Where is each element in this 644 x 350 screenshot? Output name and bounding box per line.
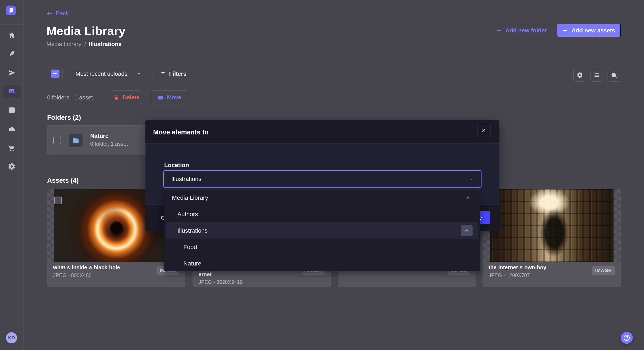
sidebar-item-content-builder[interactable] xyxy=(0,47,24,60)
list-icon xyxy=(594,72,600,78)
media-settings-button[interactable] xyxy=(574,69,586,82)
asset-checkbox[interactable] xyxy=(54,197,62,204)
sidebar-item-deploy[interactable] xyxy=(0,66,24,79)
dropdown-option-nature[interactable]: Nature xyxy=(164,255,480,272)
location-label: Location xyxy=(164,162,189,169)
avatar[interactable]: KD xyxy=(6,332,17,343)
close-button[interactable] xyxy=(477,124,490,137)
close-icon xyxy=(481,128,487,133)
gear-icon xyxy=(8,163,16,170)
folder-subtitle: 0 folder, 1 asset xyxy=(90,141,128,147)
page-title: Media Library xyxy=(46,24,126,38)
location-value: Illustrations xyxy=(171,176,202,182)
sidebar-item-marketplace[interactable] xyxy=(0,141,24,155)
sidebar-item-media-library[interactable] xyxy=(0,85,24,98)
plus-icon xyxy=(562,28,568,34)
checkbox-indeterminate xyxy=(51,70,60,78)
strapi-logo-icon[interactable] xyxy=(6,6,16,15)
help-button[interactable] xyxy=(621,332,633,344)
folder-icon xyxy=(158,95,164,101)
sidebar: KD xyxy=(0,0,24,350)
add-new-assets-button[interactable]: Add new assets xyxy=(556,24,621,37)
feather-icon xyxy=(8,50,16,58)
assets-heading: Assets (4) xyxy=(47,177,79,184)
settings-icon xyxy=(576,72,583,78)
select-all-checkbox[interactable] xyxy=(48,67,62,81)
dropdown-option-authors[interactable]: Authors xyxy=(164,206,480,222)
chevron-up-icon[interactable] xyxy=(465,195,470,201)
search-icon xyxy=(611,72,617,78)
collapse-children-button[interactable] xyxy=(460,225,472,236)
asset-image-library xyxy=(490,189,614,262)
arrow-left-icon xyxy=(46,11,53,17)
media-library-icon xyxy=(8,88,16,95)
add-new-folder-button[interactable]: Add new folder xyxy=(490,24,553,37)
folder-title[interactable]: Nature xyxy=(90,133,108,139)
asset-image-area xyxy=(483,189,620,262)
chevron-down-icon xyxy=(136,71,142,76)
list-view-button[interactable] xyxy=(590,69,603,82)
sidebar-item-home[interactable] xyxy=(0,29,24,42)
back-link[interactable]: Back xyxy=(46,10,69,17)
location-dropdown: Media Library Authors Illustrations Food… xyxy=(164,189,480,271)
layout-icon xyxy=(8,106,16,114)
modal-header: Move elements to xyxy=(146,120,500,144)
trash-icon xyxy=(114,95,119,100)
move-button[interactable]: Move xyxy=(151,91,188,104)
sidebar-item-content-manager[interactable] xyxy=(0,104,24,117)
sort-select[interactable]: Most recent uploads xyxy=(70,67,147,81)
folder-tile xyxy=(69,134,82,147)
breadcrumb: Media Library/Illustrations xyxy=(46,41,122,48)
breadcrumb-parent[interactable]: Media Library xyxy=(46,41,82,47)
modal-title: Move elements to xyxy=(153,129,208,136)
search-button[interactable] xyxy=(608,69,620,82)
folder-icon xyxy=(72,137,80,144)
asset-card[interactable]: the-internet-s-own-boy JPEG - 1200X707 I… xyxy=(482,189,621,287)
home-icon xyxy=(8,32,16,39)
chevron-up-icon xyxy=(464,228,469,233)
location-combobox[interactable]: Illustrations xyxy=(163,170,482,188)
folder-checkbox[interactable] xyxy=(53,137,61,144)
chevron-down-icon xyxy=(469,177,474,181)
cloud-icon xyxy=(8,125,16,133)
paper-plane-icon xyxy=(8,69,16,77)
filters-button[interactable]: Filters xyxy=(154,67,193,81)
selection-count: 0 folders - 1 asset xyxy=(47,94,93,101)
plus-icon xyxy=(496,28,502,34)
breadcrumb-current: Illustrations xyxy=(89,41,122,47)
dropdown-option-media-library[interactable]: Media Library xyxy=(164,190,480,206)
asset-meta: JPEG - 3628X2419 xyxy=(198,279,330,285)
folders-heading: Folders (2) xyxy=(47,114,81,121)
sidebar-item-settings[interactable] xyxy=(0,160,24,173)
asset-type-badge: IMAGE xyxy=(592,266,615,275)
dropdown-option-food[interactable]: Food xyxy=(164,239,480,255)
asset-footer: the-internet-s-own-boy JPEG - 1200X707 I… xyxy=(483,262,620,287)
sidebar-item-cloud[interactable] xyxy=(0,123,24,136)
filter-icon xyxy=(160,71,166,77)
dropdown-option-illustrations[interactable]: Illustrations xyxy=(166,222,478,239)
back-label: Back xyxy=(56,10,69,17)
delete-button[interactable]: Delete xyxy=(112,91,141,104)
question-mark-icon xyxy=(623,334,630,341)
sidebar-divider xyxy=(0,24,24,25)
cart-icon xyxy=(8,144,16,152)
